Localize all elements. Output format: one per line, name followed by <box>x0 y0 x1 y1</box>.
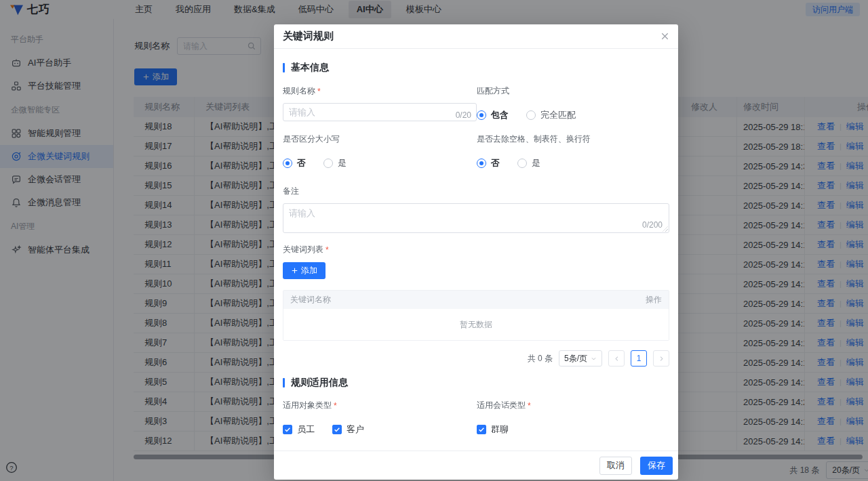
match-type-options: 包含完全匹配 <box>477 106 669 124</box>
keyword-page-size-select[interactable]: 5条/页 <box>559 350 602 367</box>
radio-control[interactable] <box>477 159 486 168</box>
remark-textarea[interactable] <box>283 204 669 232</box>
option-label: 否 <box>297 157 306 169</box>
radio-option[interactable]: 完全匹配 <box>526 109 576 121</box>
session-type-options: 群聊 <box>477 420 669 438</box>
strip-chars-field: 是否去除空格、制表符、换行符 否是 <box>477 133 669 172</box>
case-sensitive-label: 是否区分大小写 <box>283 133 340 145</box>
case-sensitive-options: 否是 <box>283 154 477 172</box>
radio-option[interactable]: 包含 <box>477 109 509 121</box>
chevron-left-icon <box>614 356 620 362</box>
option-label: 包含 <box>491 109 509 121</box>
add-keyword-button[interactable]: 添加 <box>283 262 326 279</box>
remark-textarea-wrap: 0/200 <box>283 203 669 233</box>
radio-control[interactable] <box>477 110 486 120</box>
cancel-button[interactable]: 取消 <box>599 457 632 475</box>
radio-option[interactable]: 否 <box>283 157 306 169</box>
option-label: 是 <box>338 157 347 169</box>
checkbox-control[interactable] <box>477 425 486 434</box>
option-label: 完全匹配 <box>540 109 576 121</box>
prev-page-button[interactable] <box>608 350 625 367</box>
checkbox-option[interactable]: 客户 <box>332 423 364 436</box>
required-mark: * <box>317 87 321 96</box>
keyword-list-field: 关键词列表* 添加 关键词名称 操作 暂无数据 共 0 条 5条/页 <box>283 244 669 367</box>
keyword-total: 共 0 条 <box>528 353 553 364</box>
required-mark: * <box>334 401 337 411</box>
keyword-rule-modal: 关键词规则 基本信息 规则名称* 0/20 匹配方式 包含完全匹配 是否区分大小… <box>274 24 678 480</box>
section-bar <box>283 378 285 388</box>
session-type-field: 适用会话类型* 群聊 <box>477 400 669 438</box>
keyword-list-label: 关键词列表 <box>283 244 323 255</box>
radio-option[interactable]: 是 <box>323 157 347 169</box>
checkbox-option[interactable]: 员工 <box>283 423 315 436</box>
modal-title: 关键词规则 <box>283 30 334 43</box>
char-counter: 0/20 <box>456 110 471 120</box>
plus-icon <box>291 267 298 274</box>
chevron-right-icon <box>658 356 665 362</box>
modal-footer: 取消 保存 <box>274 451 678 480</box>
target-type-label: 适用对象类型 <box>283 400 332 411</box>
target-type-options: 员工客户 <box>283 420 477 438</box>
apply-info-label: 规则适用信息 <box>291 377 348 389</box>
close-icon[interactable] <box>660 31 670 41</box>
save-button[interactable]: 保存 <box>640 457 673 475</box>
basic-info-label: 基本信息 <box>291 62 329 74</box>
radio-control[interactable] <box>323 159 333 168</box>
option-label: 客户 <box>347 423 364 436</box>
match-type-label: 匹配方式 <box>477 85 509 97</box>
required-mark: * <box>528 401 531 411</box>
option-label: 否 <box>491 157 500 169</box>
rule-name-field: 规则名称* 0/20 <box>283 85 477 124</box>
target-type-field: 适用对象类型* 员工客户 <box>283 400 477 438</box>
match-type-field: 匹配方式 包含完全匹配 <box>477 85 669 124</box>
rule-name-label: 规则名称 <box>283 85 315 97</box>
checkbox-option[interactable]: 群聊 <box>477 423 509 436</box>
char-counter: 0/200 <box>642 220 663 230</box>
add-keyword-label: 添加 <box>301 265 317 276</box>
option-label: 群聊 <box>491 423 509 436</box>
keyword-actions-header: 操作 <box>646 294 662 306</box>
keyword-name-header: 关键词名称 <box>290 294 331 306</box>
radio-option[interactable]: 是 <box>517 157 540 169</box>
chevron-down-icon <box>591 356 597 362</box>
rule-name-input-wrap: 0/20 <box>283 106 477 117</box>
radio-control[interactable] <box>283 159 292 168</box>
required-mark: * <box>326 245 329 255</box>
checkbox-control[interactable] <box>332 425 342 434</box>
keyword-page-size-value: 5条/页 <box>564 353 587 364</box>
radio-option[interactable]: 否 <box>477 157 500 169</box>
radio-control[interactable] <box>526 110 536 120</box>
section-bar <box>283 63 285 72</box>
case-sensitive-field: 是否区分大小写 否是 <box>283 133 477 172</box>
strip-chars-label: 是否去除空格、制表符、换行符 <box>477 133 591 145</box>
remark-field: 备注 0/200 <box>283 186 669 233</box>
basic-info-section-title: 基本信息 <box>283 62 669 74</box>
apply-info-section-title: 规则适用信息 <box>283 377 669 389</box>
keyword-table: 关键词名称 操作 暂无数据 <box>283 290 669 341</box>
empty-state: 暂无数据 <box>283 309 669 340</box>
strip-chars-options: 否是 <box>477 154 669 172</box>
option-label: 是 <box>532 157 540 169</box>
modal-body: 基本信息 规则名称* 0/20 匹配方式 包含完全匹配 是否区分大小写 否是 是… <box>274 49 678 451</box>
radio-control[interactable] <box>517 159 527 168</box>
rule-name-input[interactable] <box>283 103 477 121</box>
modal-header: 关键词规则 <box>274 24 678 49</box>
remark-label: 备注 <box>283 186 299 197</box>
option-label: 员工 <box>297 423 315 436</box>
page-number[interactable]: 1 <box>631 350 647 367</box>
next-page-button[interactable] <box>653 350 669 367</box>
session-type-label: 适用会话类型 <box>477 400 526 411</box>
checkbox-control[interactable] <box>283 425 292 434</box>
keyword-pagination: 共 0 条 5条/页 1 <box>283 350 669 367</box>
